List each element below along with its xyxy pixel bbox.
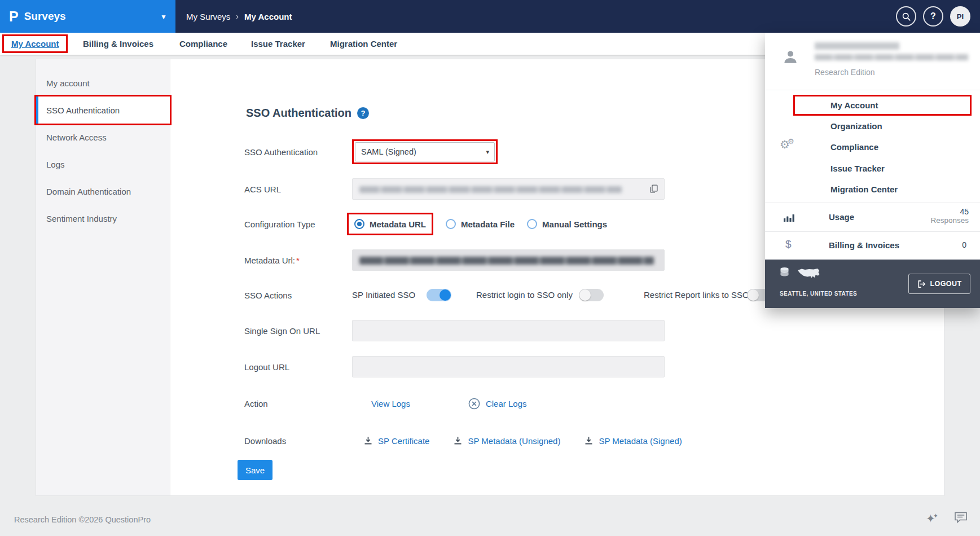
menu-item-organization[interactable]: Organization xyxy=(793,116,972,137)
sp-metadata-unsigned-link[interactable]: SP Metadata (Unsigned) xyxy=(468,436,560,446)
menu-item-compliance[interactable]: Compliance xyxy=(793,137,972,157)
single-sign-on-url-input[interactable] xyxy=(352,320,665,341)
metadata-url-label: Metadata Url:* xyxy=(244,256,352,265)
breadcrumb-separator: › xyxy=(236,12,239,21)
breadcrumb-current: My Account xyxy=(244,12,292,21)
brand-area[interactable]: P Surveys ▼ xyxy=(0,0,175,33)
form-row-action: Action View Logs Clear Logs xyxy=(244,392,526,415)
radio-metadata-file-label: Metadata File xyxy=(461,219,515,229)
logout-url-input[interactable] xyxy=(352,356,665,377)
sidebar-item-domain-authentication[interactable]: Domain Authentication xyxy=(36,178,170,205)
tab-migration-center[interactable]: Migration Center xyxy=(330,33,397,55)
sp-certificate-link[interactable]: SP Certificate xyxy=(378,436,429,446)
sp-initiated-sso-toggle[interactable] xyxy=(427,289,451,301)
download-sp-certificate[interactable]: SP Certificate xyxy=(363,436,429,446)
acs-url-input[interactable] xyxy=(352,178,665,200)
copy-button[interactable] xyxy=(647,183,660,196)
toggle-knob xyxy=(579,289,591,301)
dollar-icon: $ xyxy=(785,238,792,251)
action-links: View Logs Clear Logs xyxy=(371,397,526,410)
tab-billing-invoices[interactable]: Billing & Invoices xyxy=(83,33,153,55)
sso-authentication-label: SSO Authentication xyxy=(244,147,352,157)
topbar-actions: ? PI xyxy=(896,6,970,27)
questionpro-logo-icon: P xyxy=(9,10,19,24)
save-button[interactable]: Save xyxy=(238,460,273,480)
search-button[interactable] xyxy=(896,6,916,27)
brand-title: Surveys xyxy=(24,10,66,23)
clear-logs-link[interactable]: Clear Logs xyxy=(486,399,527,408)
radio-metadata-url[interactable]: Metadata URL xyxy=(354,219,426,229)
form-row-downloads: Downloads SP Certificate SP Metadata (Un… xyxy=(244,429,706,452)
usage-bars-icon xyxy=(783,213,796,222)
sidebar-item-sso-authentication[interactable]: SSO Authentication xyxy=(36,96,170,124)
gears-icon: ⚙⚙ xyxy=(780,139,797,150)
sp-metadata-signed-link[interactable]: SP Metadata (Signed) xyxy=(599,436,682,446)
sparkle-icon[interactable]: ✦✦ xyxy=(926,513,941,524)
radio-unselected-icon[interactable] xyxy=(527,219,537,229)
account-dropdown-panel: Research Edition My Account Organization… xyxy=(765,33,980,308)
help-icon[interactable]: ? xyxy=(357,107,369,119)
page-title: SSO Authentication ? xyxy=(246,107,369,120)
tab-compliance[interactable]: Compliance xyxy=(179,33,227,55)
menu-item-usage[interactable]: Usage 45 Responses xyxy=(765,203,980,231)
restrict-login-toggle[interactable] xyxy=(579,289,604,301)
metadata-url-input[interactable] xyxy=(352,249,665,271)
redacted-acs-url-value xyxy=(359,186,622,193)
breadcrumb: My Surveys › My Account xyxy=(186,0,292,33)
help-icon: ? xyxy=(930,11,936,21)
menu-item-issue-tracker[interactable]: Issue Tracker xyxy=(793,158,972,179)
radio-manual-settings-label: Manual Settings xyxy=(542,219,607,229)
sidebar-item-network-access[interactable]: Network Access xyxy=(36,124,170,151)
configuration-type-label: Configuration Type xyxy=(244,219,352,229)
download-sp-metadata-signed[interactable]: SP Metadata (Signed) xyxy=(584,436,682,446)
radio-metadata-url-label: Metadata URL xyxy=(370,219,426,229)
avatar-initials: PI xyxy=(957,12,964,21)
usage-value: 45 xyxy=(930,207,969,216)
divider xyxy=(765,90,980,90)
chevron-down-icon[interactable]: ▼ xyxy=(160,13,167,21)
menu-item-migration-center[interactable]: Migration Center xyxy=(793,179,972,200)
logout-icon xyxy=(917,280,926,288)
person-icon xyxy=(782,49,799,68)
radio-manual-settings[interactable]: Manual Settings xyxy=(527,219,607,229)
location-label: SEATTLE, UNITED STATES xyxy=(780,291,857,297)
radio-metadata-file[interactable]: Metadata File xyxy=(446,219,515,229)
form-row-sso-authentication: SSO Authentication SAML (Signed) ▾ xyxy=(244,140,498,163)
menu-item-my-account[interactable]: My Account xyxy=(793,95,972,116)
form-row-single-sign-on-url: Single Sign On URL xyxy=(244,319,665,342)
database-icon xyxy=(780,267,789,280)
logout-url-label: Logout URL xyxy=(244,362,352,372)
sidebar-item-sentiment-industry[interactable]: Sentiment Industry xyxy=(36,205,170,232)
us-map-icon xyxy=(797,266,820,283)
avatar[interactable]: PI xyxy=(950,6,970,27)
search-icon xyxy=(902,12,911,21)
radio-selected-icon[interactable] xyxy=(354,219,364,229)
view-logs-link[interactable]: View Logs xyxy=(371,399,410,408)
radio-unselected-icon[interactable] xyxy=(446,219,456,229)
form-row-logout-url: Logout URL xyxy=(244,355,665,378)
redacted-account-email xyxy=(815,54,968,60)
chat-icon[interactable] xyxy=(954,511,968,525)
edition-label: Research Edition xyxy=(815,68,875,77)
annotation-box-sso-select: SAML (Signed) ▾ xyxy=(352,139,498,164)
downloads-label: Downloads xyxy=(244,436,352,446)
download-icon xyxy=(584,436,594,445)
sso-authentication-select[interactable]: SAML (Signed) ▾ xyxy=(355,142,495,161)
breadcrumb-my-surveys[interactable]: My Surveys xyxy=(186,12,230,21)
redacted-account-name xyxy=(815,42,899,50)
sidebar-item-logs[interactable]: Logs xyxy=(36,151,170,178)
clear-logs[interactable]: Clear Logs xyxy=(468,397,527,410)
redacted-metadata-url-value xyxy=(359,257,654,265)
restrict-login-label: Restrict login to SSO only xyxy=(476,290,573,300)
tab-my-account[interactable]: My Account xyxy=(11,39,59,49)
download-sp-metadata-unsigned[interactable]: SP Metadata (Unsigned) xyxy=(453,436,560,446)
logout-button[interactable]: LOGOUT xyxy=(908,274,970,294)
tab-issue-tracker[interactable]: Issue Tracker xyxy=(251,33,305,55)
menu-item-billing-invoices[interactable]: $ Billing & Invoices 0 xyxy=(765,231,980,260)
help-button[interactable]: ? xyxy=(923,6,943,27)
metadata-url-label-text: Metadata Url: xyxy=(244,256,295,265)
page: P Surveys ▼ My Surveys › My Account ? PI… xyxy=(0,0,980,536)
topbar: P Surveys ▼ My Surveys › My Account ? PI xyxy=(0,0,980,33)
sp-initiated-sso-label: SP Initiated SSO xyxy=(352,290,415,300)
sidebar-item-my-account[interactable]: My account xyxy=(36,69,170,96)
